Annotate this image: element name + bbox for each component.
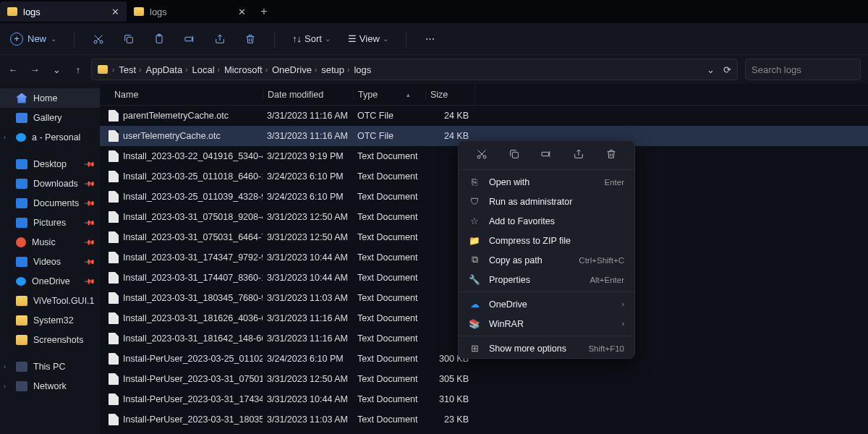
more-icon[interactable]: ⋯ bbox=[424, 33, 437, 46]
shortcut: Enter bbox=[605, 178, 625, 187]
svg-rect-9 bbox=[542, 152, 548, 156]
back-button[interactable]: ← bbox=[7, 64, 19, 75]
file-size: 24 KB bbox=[425, 131, 475, 141]
sidebar-item-vivetool[interactable]: ViVeTool.GUI.1.6.2.0 bbox=[0, 291, 100, 310]
col-size[interactable]: Size bbox=[425, 90, 475, 100]
file-date: 3/24/2023 6:10 PM bbox=[263, 354, 353, 364]
search-input[interactable]: Search logs bbox=[745, 59, 861, 80]
file-date: 3/31/2023 10:44 AM bbox=[263, 394, 353, 404]
close-icon[interactable]: ✕ bbox=[111, 7, 119, 17]
view-icon: ☰ bbox=[348, 33, 357, 44]
wrench-icon: 🔧 bbox=[469, 274, 480, 285]
ctx-zip[interactable]: 📁Compress to ZIP file bbox=[459, 231, 634, 250]
chevron-down-icon[interactable]: ⌄ bbox=[707, 64, 715, 75]
sidebar-item-network[interactable]: ›Network bbox=[0, 376, 100, 396]
tab-logs-1[interactable]: logs ✕ bbox=[0, 1, 127, 22]
cloud-icon bbox=[16, 133, 26, 142]
sidebar-item-thispc[interactable]: ›This PC bbox=[0, 357, 100, 376]
cut-icon[interactable] bbox=[92, 33, 105, 46]
crumb[interactable]: logs bbox=[354, 64, 371, 75]
crumb[interactable]: setup› bbox=[321, 64, 349, 75]
sidebar-item-videos[interactable]: Videos📌 bbox=[0, 252, 100, 271]
chevron-right-icon[interactable]: › bbox=[4, 134, 6, 141]
sidebar-item-home[interactable]: Home bbox=[0, 88, 100, 108]
file-type: Text Document bbox=[353, 192, 425, 202]
file-date: 3/31/2023 11:16 AM bbox=[263, 313, 353, 323]
desktop-icon bbox=[16, 159, 27, 169]
chevron-right-icon: › bbox=[112, 66, 114, 74]
share-icon[interactable] bbox=[571, 147, 586, 161]
up-button[interactable]: ↑ bbox=[72, 64, 84, 75]
table-row[interactable]: Install-PerUser_2023-03-31_181628_7904..… bbox=[100, 430, 868, 434]
svg-rect-5 bbox=[185, 37, 192, 41]
rename-icon[interactable] bbox=[539, 147, 553, 161]
search-placeholder: Search logs bbox=[752, 64, 801, 75]
pictures-icon bbox=[16, 218, 27, 228]
file-name: Install_2023-03-31_180345_7680-9948 bbox=[123, 293, 263, 303]
sidebar-item-documents[interactable]: Documents📌 bbox=[0, 193, 100, 213]
ctx-more-options[interactable]: ⊞Show more optionsShift+F10 bbox=[459, 339, 634, 358]
table-row[interactable]: Install-PerUser_2023-03-31_075019_1996..… bbox=[100, 369, 868, 389]
tab-logs-2[interactable]: logs ✕ bbox=[127, 1, 253, 22]
file-size: 305 KB bbox=[425, 374, 475, 384]
sidebar-item-onedrive[interactable]: OneDrive📌 bbox=[0, 271, 100, 291]
ctx-favorites[interactable]: ☆Add to Favorites bbox=[459, 211, 634, 231]
sidebar-item-desktop[interactable]: Desktop📌 bbox=[0, 154, 100, 174]
crumb[interactable]: AppData› bbox=[146, 64, 188, 75]
rename-icon[interactable] bbox=[183, 33, 196, 46]
add-tab-button[interactable]: + bbox=[253, 5, 275, 18]
view-label: View bbox=[359, 33, 380, 44]
ctx-winrar[interactable]: 📚WinRAR› bbox=[459, 314, 634, 333]
ctx-properties[interactable]: 🔧PropertiesAlt+Enter bbox=[459, 270, 634, 289]
ctx-label: Copy as path bbox=[489, 255, 542, 265]
crumb[interactable]: Local› bbox=[192, 64, 219, 75]
paste-icon[interactable] bbox=[153, 33, 166, 46]
sidebar-item-personal[interactable]: ›a - Personal bbox=[0, 127, 100, 147]
crumb[interactable]: OneDrive› bbox=[272, 64, 317, 75]
delete-icon[interactable] bbox=[244, 33, 257, 46]
ctx-copy-path[interactable]: ⧉Copy as pathCtrl+Shift+C bbox=[459, 250, 634, 270]
col-type[interactable]: Type▴ bbox=[353, 90, 425, 100]
sidebar-item-gallery[interactable]: Gallery bbox=[0, 108, 100, 127]
share-icon[interactable] bbox=[213, 33, 226, 46]
address-bar[interactable]: › Test› AppData› Local› Microsoft› OneDr… bbox=[91, 59, 738, 80]
ctx-open-with[interactable]: ⎘Open withEnter bbox=[459, 172, 634, 192]
ctx-label: Add to Favorites bbox=[489, 216, 555, 226]
sidebar-item-screenshots[interactable]: Screenshots bbox=[0, 330, 100, 349]
forward-button[interactable]: → bbox=[29, 64, 41, 75]
recent-button[interactable]: ⌄ bbox=[51, 64, 62, 75]
crumb[interactable]: Microsoft› bbox=[224, 64, 268, 75]
sort-icon: ↑↓ bbox=[292, 33, 302, 44]
col-date[interactable]: Date modified bbox=[263, 90, 353, 100]
winrar-icon: 📚 bbox=[469, 318, 480, 329]
table-row[interactable]: Install-PerUser_2023-03-31_180352_1128..… bbox=[100, 409, 868, 430]
home-icon bbox=[16, 93, 27, 103]
sidebar-item-system32[interactable]: System32 bbox=[0, 310, 100, 330]
file-date: 3/31/2023 10:44 AM bbox=[263, 252, 353, 263]
ctx-label: Properties bbox=[489, 275, 530, 285]
copy-icon[interactable] bbox=[122, 33, 135, 46]
ctx-onedrive[interactable]: ☁OneDrive› bbox=[459, 294, 634, 314]
copy-icon[interactable] bbox=[507, 147, 522, 161]
crumb[interactable]: Test› bbox=[119, 64, 141, 75]
close-icon[interactable]: ✕ bbox=[238, 7, 246, 17]
file-type: Text Document bbox=[353, 333, 425, 344]
sidebar-item-downloads[interactable]: Downloads📌 bbox=[0, 174, 100, 193]
file-name: Install_2023-03-25_011018_6460-1008 bbox=[123, 171, 263, 182]
table-row[interactable]: parentTelemetryCache.otc3/31/2023 11:16 … bbox=[100, 106, 868, 126]
chevron-right-icon[interactable]: › bbox=[4, 383, 6, 390]
delete-icon[interactable] bbox=[604, 147, 618, 161]
folder-icon bbox=[16, 315, 27, 326]
file-type: Text Document bbox=[353, 374, 425, 384]
refresh-icon[interactable]: ⟳ bbox=[723, 64, 731, 75]
table-row[interactable]: Install-PerUser_2023-03-31_174349_656-..… bbox=[100, 389, 868, 409]
sidebar-item-pictures[interactable]: Pictures📌 bbox=[0, 213, 100, 232]
sort-button[interactable]: ↑↓ Sort ⌄ bbox=[292, 33, 331, 44]
chevron-right-icon[interactable]: › bbox=[4, 363, 6, 370]
cut-icon[interactable] bbox=[475, 147, 489, 161]
sidebar-item-music[interactable]: Music📌 bbox=[0, 232, 100, 252]
view-button[interactable]: ☰ View ⌄ bbox=[348, 33, 388, 44]
ctx-run-admin[interactable]: 🛡Run as administrator bbox=[459, 192, 634, 211]
new-button[interactable]: + New ⌄ bbox=[10, 33, 56, 46]
col-name[interactable]: Name bbox=[100, 90, 263, 100]
